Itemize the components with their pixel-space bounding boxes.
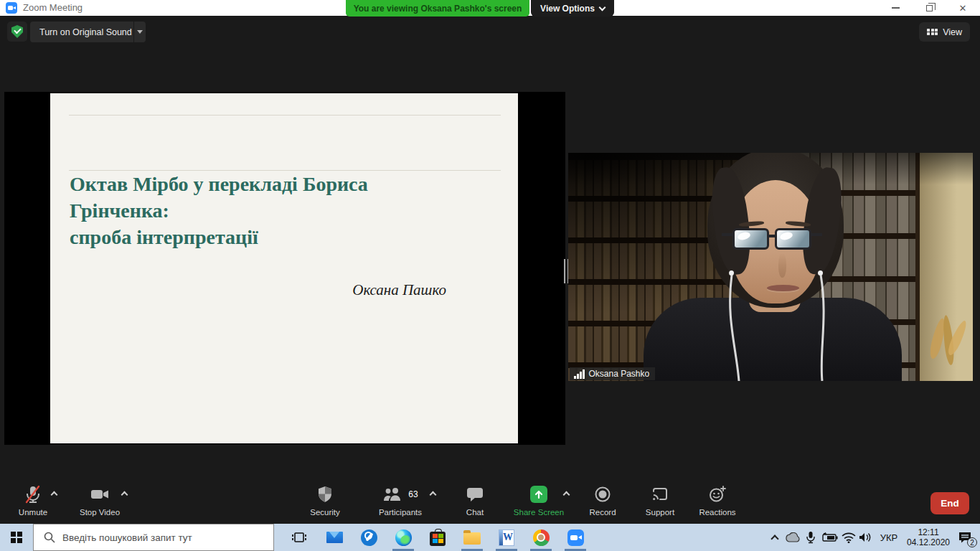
zoom-window-icon — [6, 2, 17, 14]
shared-screen-area: Октав Мірбо у перекладі Бориса Грінченка… — [4, 92, 565, 445]
notification-count-badge: 2 — [967, 537, 977, 547]
meeting-toolbar: Unmute Stop Video Security — [0, 445, 980, 524]
file-explorer-button[interactable] — [455, 524, 489, 551]
presentation-slide: Октав Мірбо у перекладі Бориса Грінченка… — [50, 93, 518, 443]
battery-tray-button[interactable] — [819, 524, 839, 551]
taskbar-apps: W — [317, 524, 593, 551]
share-screen-button[interactable]: Share Screen — [503, 485, 575, 517]
volume-tray-button[interactable] — [855, 524, 875, 551]
slide-title: Октав Мірбо у перекладі Бориса Грінченка… — [70, 171, 471, 250]
view-options-button[interactable]: View Options — [531, 0, 614, 17]
microphone-tray-button[interactable] — [802, 524, 819, 551]
meeting-content: Октав Мірбо у перекладі Бориса Грінченка… — [0, 92, 980, 524]
participant-video[interactable]: Oksana Pashko — [568, 153, 973, 381]
original-sound-dropdown[interactable] — [133, 22, 146, 42]
start-button[interactable] — [0, 524, 33, 551]
earphone-wires — [568, 153, 973, 381]
close-button[interactable]: ✕ — [948, 0, 977, 16]
view-button[interactable]: View — [919, 22, 970, 42]
file-explorer-icon — [463, 532, 481, 545]
chevron-up-icon — [771, 534, 778, 542]
task-view-button[interactable] — [284, 524, 314, 551]
slide-author: Оксана Пашко — [352, 281, 446, 299]
share-screen-icon — [530, 486, 547, 503]
microphone-icon — [806, 531, 816, 544]
shield-check-icon — [11, 25, 23, 38]
zoom-app-button[interactable] — [558, 524, 593, 551]
viewing-screen-banner: You are viewing Oksana Pashko's screen — [346, 0, 529, 17]
dropdown-arrow-icon — [137, 30, 143, 34]
support-cast-icon — [651, 485, 669, 504]
participants-count: 63 — [408, 489, 418, 499]
view-options-label: View Options — [540, 4, 595, 14]
slide-divider-line — [69, 115, 501, 116]
search-icon — [44, 532, 55, 543]
end-meeting-button[interactable]: End — [930, 492, 969, 514]
mail-app-button[interactable] — [317, 524, 352, 551]
security-shield-icon — [316, 485, 334, 504]
security-button[interactable]: Security — [289, 485, 361, 517]
camera-icon — [8, 6, 13, 10]
chat-bubble-icon — [466, 485, 484, 504]
restore-icon — [926, 5, 933, 11]
windows-logo-icon — [11, 532, 22, 543]
search-input[interactable] — [62, 532, 273, 543]
record-icon — [593, 485, 612, 504]
store-app-button[interactable] — [420, 524, 455, 551]
zoom-app-icon — [567, 529, 584, 546]
chrome-app-button[interactable] — [524, 524, 558, 551]
stop-video-button[interactable]: Stop Video — [64, 485, 136, 517]
participants-button[interactable]: 63 Participants — [359, 485, 442, 517]
tray-date: 04.12.2020 — [907, 537, 950, 547]
security-label: Security — [310, 508, 340, 517]
task-view-icon — [292, 531, 306, 544]
support-label: Support — [646, 508, 674, 517]
slide-title-line: Октав Мірбо у перекладі Бориса — [70, 171, 471, 197]
signal-bars-icon — [574, 369, 585, 379]
battery-charging-icon — [821, 532, 838, 542]
edge-icon — [395, 529, 412, 546]
speaker-icon — [858, 532, 872, 543]
word-app-button[interactable]: W — [489, 524, 524, 551]
slide-title-line: спроба інтерпретації — [70, 224, 471, 250]
blue-tool-app-button[interactable] — [352, 524, 386, 551]
reactions-label: Reactions — [699, 508, 735, 517]
participant-name: Oksana Pashko — [589, 369, 650, 379]
restore-button[interactable] — [915, 0, 943, 16]
microsoft-store-icon — [430, 532, 446, 546]
tray-expand-button[interactable] — [766, 524, 783, 551]
reactions-button[interactable]: Reactions — [682, 485, 753, 517]
clock[interactable]: 12:11 04.12.2020 — [903, 524, 954, 551]
participant-name-tag: Oksana Pashko — [570, 367, 655, 380]
unmute-label: Unmute — [19, 508, 47, 517]
cloud-icon — [785, 532, 801, 542]
chat-label: Chat — [466, 508, 484, 517]
close-icon: ✕ — [959, 4, 967, 13]
view-label: View — [943, 27, 962, 37]
blue-tool-icon — [361, 529, 377, 546]
security-shield-button[interactable] — [7, 22, 27, 42]
minimize-button[interactable] — [881, 0, 910, 16]
mail-icon — [326, 532, 343, 543]
windows-taskbar: W — [0, 524, 980, 551]
muted-mic-icon — [24, 485, 42, 504]
taskbar-search[interactable] — [33, 524, 274, 551]
gallery-grid-icon — [927, 29, 938, 36]
reactions-smiley-icon — [708, 485, 727, 504]
edge-app-button[interactable] — [386, 524, 420, 551]
participants-icon — [382, 486, 404, 503]
original-sound-label: Turn on Original Sound — [39, 27, 132, 37]
chat-button[interactable]: Chat — [439, 485, 511, 517]
original-sound-button[interactable]: Turn on Original Sound — [30, 22, 141, 42]
wifi-icon — [842, 532, 856, 543]
notification-center-button[interactable]: 2 — [954, 524, 976, 551]
minimize-icon — [892, 7, 900, 9]
record-label: Record — [589, 508, 616, 517]
unmute-button[interactable]: Unmute — [0, 485, 69, 517]
word-icon: W — [499, 529, 514, 546]
onedrive-tray-button[interactable] — [783, 524, 802, 551]
meeting-top-bar: Turn on Original Sound View — [0, 16, 980, 92]
language-indicator[interactable]: УКР — [875, 524, 903, 551]
chrome-icon — [533, 529, 550, 546]
window-title: Zoom Meeting — [23, 2, 83, 13]
